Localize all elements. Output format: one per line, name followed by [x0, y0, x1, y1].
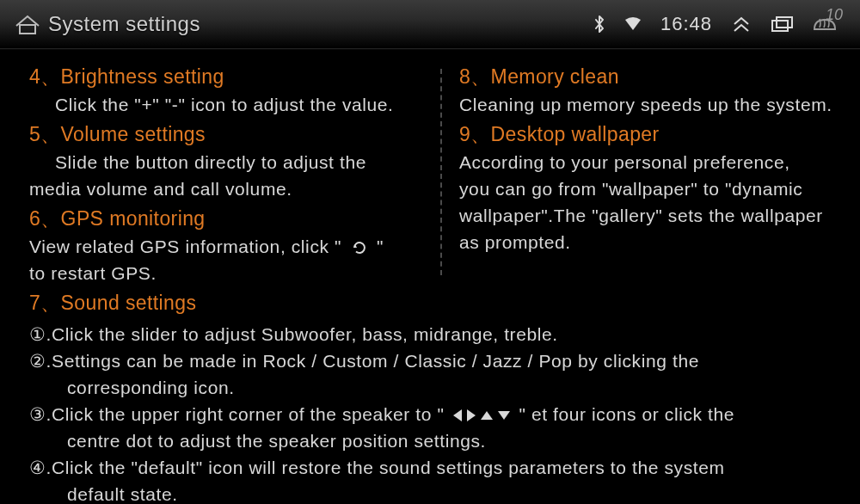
- arrow-left-icon: [453, 409, 462, 421]
- sound-step-4a: ④.Click the "default" icon will restore …: [29, 454, 839, 481]
- status-tray: 16:48 10: [593, 13, 848, 35]
- sound-step-3a: ③.Click the upper right corner of the sp…: [29, 401, 839, 427]
- sound-step-2b: corresponding icon.: [29, 374, 839, 401]
- refresh-icon: [347, 239, 372, 256]
- divider: [0, 48, 860, 49]
- desc-wallpaper-2: you can go from "wallpaper" to "dynamic: [459, 175, 839, 202]
- heading-sound: 7、Sound settings: [29, 288, 440, 317]
- sound-step-3b: centre dot to adjust the speaker positio…: [29, 427, 839, 454]
- desc-memory: Cleaning up memory speeds up the system.: [459, 91, 839, 118]
- heading-memory: 8、Memory clean: [459, 62, 839, 91]
- sound-step-4b: default state.: [29, 481, 839, 504]
- arrow-up-icon: [481, 411, 493, 420]
- left-column: 4、Brightness setting Click the "+" "-" i…: [29, 60, 440, 317]
- bluetooth-icon: [593, 15, 605, 33]
- wifi-icon: [624, 17, 642, 31]
- home-icon: [15, 14, 40, 34]
- right-column: 8、Memory clean Cleaning up memory speeds…: [442, 60, 839, 317]
- page-title: System settings: [48, 12, 200, 36]
- desc-gps-2: to restart GPS.: [29, 260, 440, 286]
- svg-rect-1: [772, 21, 788, 31]
- heading-gps: 6、GPS monitoring: [29, 204, 440, 233]
- desc-gps-1b: ": [377, 237, 384, 256]
- svg-rect-0: [20, 25, 35, 34]
- arrow-right-icon: [467, 409, 476, 421]
- heading-wallpaper: 9、Desktop wallpaper: [459, 120, 839, 149]
- desc-volume-1: Slide the button directly to adjust the: [55, 149, 440, 175]
- desc-brightness: Click the "+" "-" icon to adjust the val…: [55, 91, 440, 118]
- desc-wallpaper-3: wallpaper".The "gallery" sets the wallpa…: [459, 202, 839, 229]
- sound-step-1: ①.Click the slider to adjust Subwoofer, …: [29, 321, 839, 347]
- topbar: System settings 16:48: [0, 0, 860, 48]
- heading-brightness: 4、Brightness setting: [29, 62, 440, 91]
- desc-volume-2: media volume and call volume.: [29, 175, 440, 202]
- arrow-icons: [450, 409, 513, 421]
- desc-wallpaper-4: as prompted.: [459, 229, 839, 255]
- desc-wallpaper-1: According to your personal preference,: [459, 149, 839, 175]
- sound-step-2a: ②.Settings can be made in Rock / Custom …: [29, 347, 839, 374]
- defog-icon[interactable]: 10: [812, 15, 838, 34]
- clock: 16:48: [660, 13, 712, 35]
- arrow-down-icon: [498, 411, 510, 420]
- content-area: 4、Brightness setting Click the "+" "-" i…: [29, 60, 839, 501]
- recent-apps-icon[interactable]: [771, 15, 793, 33]
- sound-steps: ①.Click the slider to adjust Subwoofer, …: [29, 321, 839, 504]
- home-button[interactable]: [12, 9, 43, 40]
- svg-rect-2: [777, 17, 792, 28]
- desc-gps-1: View related GPS information, click " ": [29, 233, 440, 260]
- vertical-divider: [440, 69, 442, 275]
- chevrons-up-icon[interactable]: [731, 15, 752, 33]
- desc-gps-1a: View related GPS information, click ": [29, 237, 341, 256]
- heading-volume: 5、Volume settings: [29, 120, 440, 149]
- status-badge: 10: [826, 6, 843, 24]
